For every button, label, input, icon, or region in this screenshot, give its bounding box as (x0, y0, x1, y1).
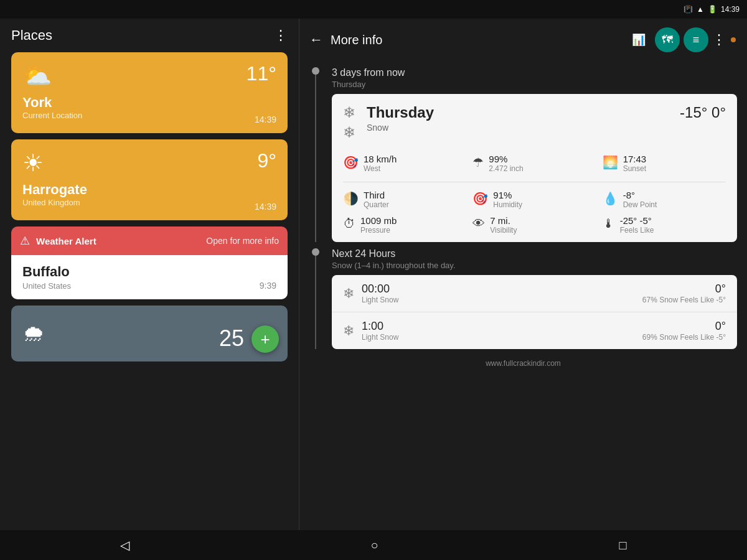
pressure-value: 1009 mb (360, 215, 397, 226)
timeline-24h: Next 24 Hours Snow (1–4 in.) throughout … (299, 248, 747, 355)
harrogate-weather-icon: ☀ (22, 149, 44, 177)
hour-0100-detail: 69% Snow Feels Like -5° (642, 333, 726, 342)
last-card[interactable]: 🌧 25 + (11, 306, 288, 362)
last-temp: 25 (219, 325, 244, 352)
timeline-line (309, 67, 322, 242)
back-button[interactable]: ← (309, 32, 323, 48)
timeline-content-24h: Next 24 Hours Snow (1–4 in.) throughout … (332, 248, 737, 349)
right-title: More info (331, 33, 382, 47)
hourly-card: ❄ 00:00 Light Snow 0° 67% Snow Feels Lik… (332, 275, 737, 349)
plus-icon: + (260, 330, 270, 349)
next24-label: Next 24 Hours (332, 248, 737, 259)
hour-0000-temp: 0° (642, 282, 726, 296)
home-nav-button[interactable]: ○ (365, 533, 383, 558)
york-city: York (22, 95, 276, 111)
temp-min: -15° (680, 104, 707, 121)
visibility-detail: 👁 7 mi. Visibility (472, 215, 596, 235)
map-icon-button[interactable]: 🗺 (655, 27, 680, 52)
alert-triangle-icon: ⚠ (20, 234, 30, 248)
thursday-header: ❄ ❄ Thursday Snow -15° 0° (332, 94, 737, 147)
section-3days-sub: Thursday (332, 80, 737, 89)
visibility-label: Visibility (490, 226, 517, 235)
cloud-icon: 🌧 (22, 320, 45, 347)
watermark: www.fullcrackindir.com (299, 355, 747, 369)
recents-nav-button[interactable]: □ (614, 533, 631, 558)
snowflake-icon-1: ❄ (343, 104, 355, 121)
dot-indicator (731, 37, 736, 42)
humidity-label: Humidity (493, 200, 522, 209)
timeline-content: 3 days from now Thursday ❄ ❄ Thursday Sn (332, 67, 737, 242)
york-time: 14:39 (255, 114, 276, 124)
right-panel: ← More info 📊 🗺 ≡ ⋮ (299, 19, 747, 530)
timeline-connector (315, 75, 316, 242)
snow-icon-area: ❄ ❄ (343, 104, 355, 141)
thursday-temp-range: -15° 0° (680, 104, 726, 121)
day-info: ❄ ❄ Thursday Snow (343, 104, 434, 141)
dew-value: -8° (623, 190, 657, 200)
layers-icon-button[interactable]: ≡ (684, 27, 708, 52)
alert-action: Open for more info (206, 236, 279, 246)
hour-0100-left: ❄ 1:00 Light Snow (343, 320, 398, 342)
dew-icon: 💧 (603, 191, 618, 206)
bar-chart-icon: 📊 (632, 33, 646, 47)
map-icon: 🗺 (662, 34, 673, 47)
sunset-detail: 🌅 17:43 Sunset (603, 154, 726, 173)
wind-dir: West (364, 164, 397, 173)
moon-sub: Quarter (364, 200, 389, 209)
precip-inch: 2.472 inch (489, 164, 523, 173)
add-place-button[interactable]: + (251, 325, 279, 353)
buffalo-country: United States (22, 281, 71, 291)
next24-sub: Snow (1–4 in.) throughout the day. (332, 261, 737, 270)
hour-0100-icon: ❄ (343, 323, 354, 339)
pressure-icon: ⏱ (343, 217, 355, 231)
nav-bar: ◁ ○ □ (0, 530, 747, 560)
buffalo-city: Buffalo (22, 264, 71, 280)
hour-0000-right: 0° 67% Snow Feels Like -5° (642, 282, 726, 304)
right-header-icons: 📊 🗺 ≡ ⋮ (626, 27, 737, 52)
thermometer-icon: 🌡 (603, 217, 615, 231)
temp-max: 0° (712, 104, 726, 121)
timeline-dot-24h (312, 248, 319, 256)
hour-0000-row: ❄ 00:00 Light Snow 0° 67% Snow Feels Lik… (332, 275, 737, 312)
section-3days-label: 3 days from now (332, 67, 737, 78)
humidity-detail: 🎯 91% Humidity (472, 190, 596, 209)
york-card[interactable]: ⛅ 11° York Current Location 14:39 (11, 52, 288, 133)
buffalo-card[interactable]: ⚠ Weather Alert Open for more info Buffa… (11, 226, 288, 299)
sunset-icon: 🌅 (603, 155, 618, 170)
alert-bar[interactable]: ⚠ Weather Alert Open for more info (11, 226, 288, 255)
buffalo-card-body: Buffalo United States 9:39 (11, 255, 288, 299)
wind-icon: 🎯 (343, 155, 359, 170)
timeline-3days: 3 days from now Thursday ❄ ❄ Thursday Sn (299, 61, 747, 248)
pressure-label: Pressure (360, 226, 397, 235)
right-header: ← More info 📊 🗺 ≡ ⋮ (299, 19, 747, 61)
right-header-left: ← More info (309, 32, 382, 48)
timeline-connector-24h (315, 256, 316, 349)
sunset-value: 17:43 (623, 154, 647, 164)
precip-value: 99% (489, 154, 523, 164)
harrogate-card[interactable]: ☀ 9° Harrogate United Kingdom 14:39 (11, 139, 288, 220)
snowflake-icon-2: ❄ (343, 124, 355, 141)
dew-label: Dew Point (623, 200, 657, 209)
hour-0000-cond: Light Snow (362, 296, 398, 304)
battery-icon: 🔋 (708, 5, 717, 14)
hour-0000-left: ❄ 00:00 Light Snow (343, 282, 398, 304)
dewpoint-detail: 💧 -8° Dew Point (603, 190, 726, 209)
thursday-condition: Snow (367, 123, 434, 133)
more-vert-icon[interactable]: ⋮ (274, 27, 288, 44)
hour-0100-right: 0° 69% Snow Feels Like -5° (642, 320, 726, 342)
moon-detail: 🌗 Third Quarter (343, 190, 466, 209)
harrogate-time: 14:39 (255, 202, 276, 212)
back-nav-button[interactable]: ◁ (115, 533, 134, 558)
clock: 14:39 (721, 5, 740, 14)
chart-icon-button[interactable]: 📊 (626, 27, 651, 52)
right-more-vert-icon[interactable]: ⋮ (712, 32, 726, 48)
places-title: Places (11, 27, 52, 44)
hour-0100-cond: Light Snow (362, 333, 398, 342)
pressure-detail: ⏱ 1009 mb Pressure (343, 215, 466, 235)
harrogate-location: United Kingdom (22, 198, 276, 207)
main-area: Places ⋮ ⛅ 11° York Current Location 14:… (0, 19, 747, 530)
york-temp: 11° (247, 62, 276, 85)
thursday-details-bottom: 🌗 Third Quarter 🎯 91% Humidity (332, 182, 737, 242)
hour-0000-time: 00:00 (362, 282, 398, 296)
thursday-details-top: 🎯 18 km/h West ☂ 99% 2.472 inch (332, 147, 737, 182)
